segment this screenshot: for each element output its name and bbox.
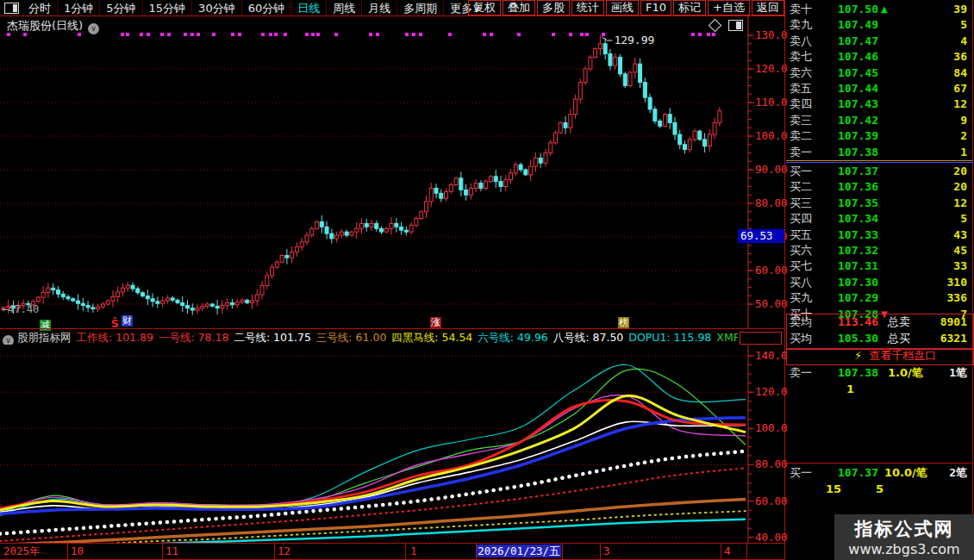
order-book-row[interactable]: 买六107.3245 [786, 243, 974, 258]
tool-button-返回[interactable]: 返回 [752, 0, 784, 16]
candlestick-chart[interactable]: 129.99 [0, 16, 784, 328]
peak-price-annotation: 129.99 [614, 34, 654, 47]
order-book-row[interactable]: 卖九107.495 [786, 17, 974, 33]
tool-button-F10[interactable]: F10 [640, 0, 671, 16]
order-book-row[interactable]: 卖八107.474 [786, 34, 974, 49]
order-book-row[interactable]: 155 [786, 482, 974, 497]
menu-item-1分钟[interactable]: 1分钟 [58, 1, 100, 16]
legend-item: XMP: 91.37 [716, 331, 738, 344]
date-separator [405, 544, 406, 559]
watermark-badge: 指标公式网 www.zbgs3.com [834, 514, 974, 560]
order-book-row[interactable]: 卖七107.4636 [786, 49, 974, 65]
order-book-row[interactable]: 卖二107.392 [786, 128, 974, 144]
menu-item-周线[interactable]: 周线 [327, 1, 362, 16]
indicator-line-蓝线 [0, 418, 746, 514]
order-book-row[interactable]: 卖均113.46总卖8901 [786, 314, 974, 330]
order-book-row[interactable]: 买一107.3710.0/笔2笔 [786, 465, 974, 481]
tool-button-+自选[interactable]: +自选 [708, 0, 750, 16]
deep-quote-button[interactable]: ⚡查看千档盘口 [786, 348, 974, 365]
tool-button-画线[interactable]: 画线 [606, 0, 639, 16]
price-axis-label: 130.0 [755, 28, 788, 41]
date-tick-label: 10 [71, 544, 84, 557]
date-separator [162, 544, 163, 559]
price-axis-label: 60.00 [755, 264, 788, 277]
order-book-row[interactable]: 卖一107.381.0/笔1笔 [786, 365, 974, 381]
order-book-row[interactable]: 买四107.345 [786, 211, 974, 227]
tool-button-标记[interactable]: 标记 [673, 0, 706, 16]
legend-item: 八号线: 87.50 [553, 331, 623, 344]
sub-axis-label: 60.00 [755, 495, 788, 507]
legend-item: 三号线: 61.00 [316, 331, 386, 344]
date-tick-label: 11 [165, 544, 178, 557]
order-book-panel: 卖十107.50▲39卖九107.495卖八107.474卖七107.4636卖… [786, 0, 974, 560]
watermark-url: www.zbgs3.com [834, 541, 974, 557]
order-book-row[interactable]: 买七107.3133 [786, 258, 974, 274]
indicator-legend: ∨股朋指标网工作线: 101.89一号线: 78.18二号线: 101.75三号… [0, 330, 738, 345]
menu-item-分时[interactable]: 分时 [22, 1, 58, 16]
collapse-icon[interactable]: ∨ [3, 335, 14, 345]
menu-item-月线[interactable]: 月线 [362, 1, 397, 16]
menu-item-30分钟[interactable]: 30分钟 [192, 1, 242, 16]
menu-item-60分钟[interactable]: 60分钟 [242, 1, 292, 16]
top-menu-bar: 分时1分钟5分钟15分钟30分钟60分钟日线周线月线多周期更多∨ 复权叠加多股统… [0, 0, 786, 16]
menu-item-日线[interactable]: 日线 [291, 1, 327, 16]
divider-chart-orderbook [784, 0, 785, 560]
watermark-title: 指标公式网 [834, 517, 974, 541]
legend-item: 四黑马线: 54.54 [391, 331, 472, 344]
order-book-row[interactable]: 买二107.3620 [786, 179, 974, 195]
tool-menu: 复权叠加多股统计画线F10标记+自选返回 [466, 0, 784, 16]
order-book-row[interactable]: 买八107.30310 [786, 275, 974, 290]
order-book-row[interactable]: 卖三107.429 [786, 113, 974, 128]
price-axis-label: 80.00 [755, 196, 788, 209]
order-book-row[interactable]: 买三107.3512 [786, 196, 974, 211]
menu-item-15分钟[interactable]: 15分钟 [143, 1, 193, 16]
legend-end-box [740, 332, 782, 345]
date-tick-label: 1 [410, 544, 417, 557]
order-book-row[interactable]: 卖四107.4312 [786, 96, 974, 112]
order-book-row[interactable]: 买五107.3343 [786, 227, 974, 243]
order-book-row[interactable]: 1 [786, 382, 974, 397]
tool-button-统计[interactable]: 统计 [571, 0, 604, 16]
order-book-row[interactable]: 卖五107.4467 [786, 81, 974, 96]
signal-marker-财: 财 [122, 315, 133, 327]
date-axis[interactable]: 2025年101112134 2026/01/23/五 日线 [0, 543, 784, 560]
order-book-row[interactable]: 买均105.30总买6321 [786, 331, 974, 346]
panel-layout-icon[interactable] [4, 3, 19, 14]
menu-item-5分钟[interactable]: 5分钟 [100, 1, 142, 16]
tool-button-复权[interactable]: 复权 [468, 0, 501, 16]
date-separator [67, 544, 68, 559]
date-separator [562, 544, 563, 559]
signal-marker-榜: 榜 [618, 317, 629, 328]
date-separator [600, 544, 601, 559]
signal-marker-涨: 涨 [430, 317, 441, 328]
tool-button-多股[interactable]: 多股 [537, 0, 570, 16]
menu-item-多周期[interactable]: 多周期 [397, 1, 444, 16]
price-axis-label: 50.00 [755, 297, 788, 310]
order-book-row[interactable]: 买九107.29336 [786, 290, 974, 306]
date-tick-label: 4 [724, 544, 731, 557]
order-book-row[interactable]: 卖一107.381 [786, 145, 974, 160]
indicator-line-工作线 [0, 400, 746, 508]
period-menu: 分时1分钟5分钟15分钟30分钟60分钟日线周线月线多周期更多∨ [22, 1, 488, 16]
indicator-chart[interactable] [0, 345, 784, 543]
order-book-row[interactable]: 卖十107.50▲39 [786, 2, 974, 17]
low-price-label: ←47.40 [2, 303, 39, 315]
sub-axis-label: 120.0 [755, 385, 788, 398]
order-book-row[interactable]: 买一107.3720 [786, 164, 974, 179]
cursor-price-tag: 69.53 [738, 229, 785, 243]
order-book-row[interactable]: 卖六107.4584 [786, 65, 974, 81]
tool-button-叠加[interactable]: 叠加 [503, 0, 535, 16]
divider-main-sub [0, 328, 784, 329]
legend-item: 二号线: 101.75 [234, 331, 310, 344]
indicator-brand: 股朋指标网 [17, 331, 72, 344]
price-axis-label: 90.00 [755, 163, 788, 176]
sub-axis-label: 80.00 [755, 457, 788, 470]
legend-item: 一号线: 78.18 [159, 331, 228, 344]
date-separator [746, 544, 747, 559]
date-tick-label: 12 [278, 544, 290, 557]
trading-terminal: 分时1分钟5分钟15分钟30分钟60分钟日线周线月线多周期更多∨ 复权叠加多股统… [0, 0, 974, 560]
indicator-line-XMP [0, 369, 746, 513]
price-axis-label: 100.0 [755, 129, 788, 142]
date-tick-label: 3 [603, 544, 610, 557]
legend-item: 工作线: 101.89 [77, 331, 153, 344]
